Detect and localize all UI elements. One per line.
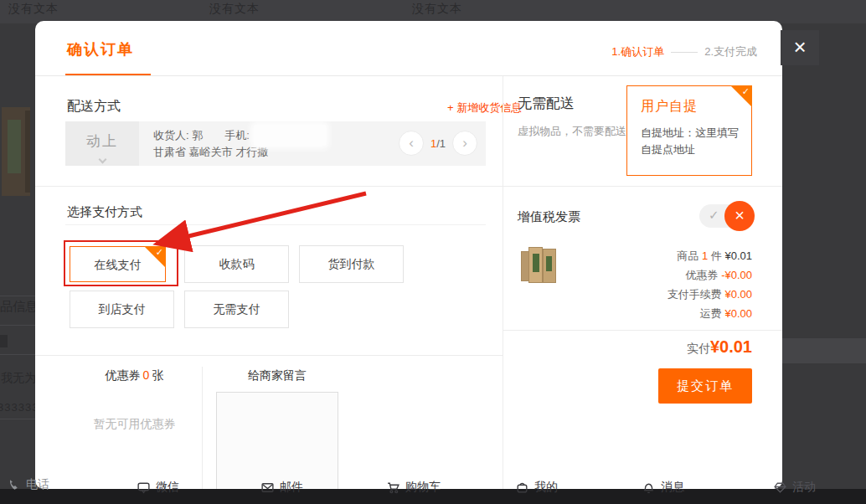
mail-icon xyxy=(260,481,275,495)
footer-item-messages[interactable]: 消息 xyxy=(642,480,684,495)
no-delivery-option-desc: 虚拟物品，不需要配送 xyxy=(518,123,628,140)
invoice-toggle: ✓ × xyxy=(699,204,751,228)
invoice-yes-check-icon[interactable]: ✓ xyxy=(709,208,719,223)
chat-icon xyxy=(137,481,151,495)
background-tab-fragment: 品信息 xyxy=(0,299,38,315)
nav-tab-placeholder[interactable]: 没有文本 xyxy=(8,2,59,17)
nav-tab-placeholder[interactable]: 没有文本 xyxy=(209,2,260,17)
product-thumbnail xyxy=(521,245,563,287)
step-divider xyxy=(671,52,698,53)
payment-method-none[interactable]: 无需支付 xyxy=(184,291,289,328)
background-panel-fragment xyxy=(782,338,866,363)
annotation-rectangle xyxy=(64,240,178,286)
footer-item-activities[interactable]: 活动 xyxy=(773,480,816,495)
payment-section-title: 选择支付方式 xyxy=(67,204,142,220)
background-text-fragment: 我无为 xyxy=(1,371,36,386)
payment-method-instore[interactable]: 到店支付 xyxy=(70,291,174,328)
cart-icon xyxy=(386,481,400,495)
total-amount: ¥0.01 xyxy=(710,337,752,356)
background-text-fragment xyxy=(0,335,8,347)
section-divider xyxy=(35,355,503,356)
pager-prev-button[interactable]: ‹ xyxy=(399,131,424,156)
total-amount-row: 实付¥0.01 xyxy=(687,337,752,357)
address-text: 甘肃省 嘉峪关市 才行撒 xyxy=(153,144,271,161)
submit-order-button[interactable]: 提交订单 xyxy=(658,368,752,404)
no-delivery-option-title[interactable]: 无需配送 xyxy=(518,94,575,113)
coupon-empty-text: 暂无可用优惠券 xyxy=(65,417,204,432)
pickup-option-desc: 自提地址：这里填写自提点地址 xyxy=(641,125,741,158)
screen: 没有文本 没有文本 没有文本 品信息 我无为 33333333 确认订单 1.确… xyxy=(0,0,866,504)
footer-item-mine[interactable]: 我的 xyxy=(515,480,558,495)
summary-row-coupon: 优惠券 -¥0.00 xyxy=(686,268,753,283)
total-label: 实付 xyxy=(687,342,710,355)
gem-icon xyxy=(773,481,787,495)
payment-method-cod[interactable]: 货到付款 xyxy=(299,245,404,283)
checkout-steps: 1.确认订单 2.支付完成 xyxy=(611,44,757,59)
pickup-option-title: 用户自提 xyxy=(641,98,698,116)
payment-method-qrcode[interactable]: 收款码 xyxy=(184,245,289,283)
receiver-label: 收货人: 郭 xyxy=(153,129,203,141)
column-divider xyxy=(202,367,203,489)
modal-title: 确认订单 xyxy=(67,39,134,59)
pager-indicator: 1/1 xyxy=(430,136,446,151)
address-card[interactable]: 动上 收货人: 郭手机: 甘肃省 嘉峪关市 才行撒 ‹ 1/1 › xyxy=(65,121,486,166)
check-icon: ✓ xyxy=(742,85,750,97)
chevron-down-icon xyxy=(99,156,107,164)
pickup-option-card[interactable]: 用户自提 自提地址：这里填写自提点地址 ✓ xyxy=(626,85,752,176)
summary-row-fee: 支付手续费 ¥0.00 xyxy=(668,287,752,302)
section-divider xyxy=(503,330,782,331)
add-address-link[interactable]: + 新增收货信息 xyxy=(447,100,522,116)
merchant-message-input[interactable] xyxy=(216,392,338,489)
step-confirm-order: 1.确认订单 xyxy=(611,44,664,59)
merchant-message-title: 给商家留言 xyxy=(181,368,374,383)
close-icon[interactable]: × xyxy=(781,30,819,65)
invoice-no-cross-icon[interactable]: × xyxy=(724,201,755,231)
footer-item-wechat[interactable]: 微信 xyxy=(137,480,179,495)
background-product-image xyxy=(2,107,30,196)
address-tag: 动上 xyxy=(65,121,139,166)
step-payment-done: 2.支付完成 xyxy=(704,44,757,59)
address-pager: ‹ 1/1 › xyxy=(399,131,477,156)
column-divider xyxy=(503,76,503,489)
phone-label: 手机: xyxy=(224,129,250,141)
phone-icon xyxy=(7,478,21,492)
footer-item-mail[interactable]: 邮件 xyxy=(260,480,303,495)
summary-row-product: 商品 1 件 ¥0.01 xyxy=(677,249,752,264)
coupon-count: 0 xyxy=(143,368,150,382)
nav-tab-placeholder[interactable]: 没有文本 xyxy=(412,2,462,17)
footer-item-cart[interactable]: 购物车 xyxy=(386,480,441,495)
section-divider xyxy=(35,186,782,187)
pager-next-button[interactable]: › xyxy=(452,131,477,156)
bell-icon xyxy=(642,481,656,495)
footer-item-phone[interactable]: 电话 xyxy=(7,477,49,492)
background-navbar: 没有文本 没有文本 没有文本 xyxy=(0,0,866,23)
box-icon xyxy=(515,481,529,495)
delivery-section-title: 配送方式 xyxy=(67,98,121,116)
address-tag-label: 动上 xyxy=(65,131,139,151)
invoice-section-title: 增值税发票 xyxy=(518,209,580,225)
phone-number-blur xyxy=(254,125,326,146)
summary-row-shipping: 运费 ¥0.00 xyxy=(700,306,752,321)
